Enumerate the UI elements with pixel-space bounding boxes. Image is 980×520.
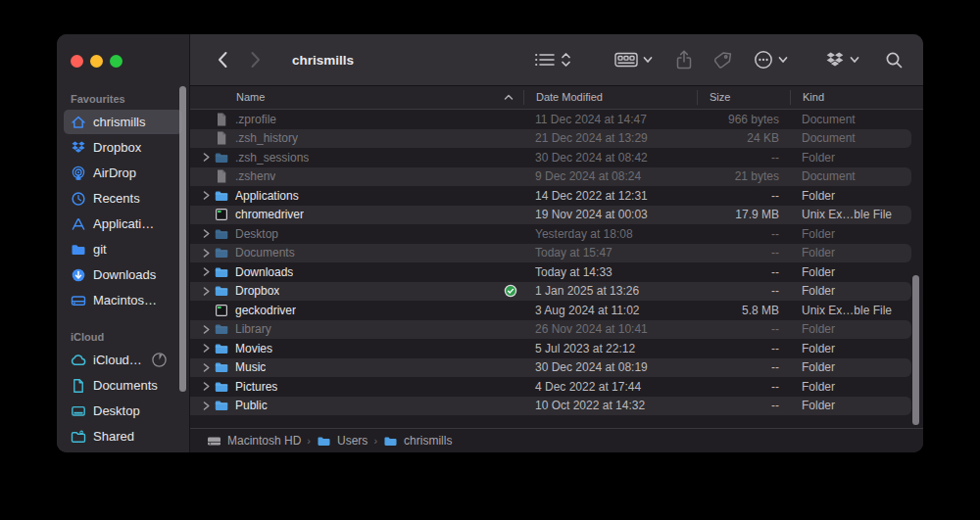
group-by-icon[interactable]: [614, 47, 638, 72]
sidebar-item-macintos-[interactable]: Macintos…: [64, 288, 182, 312]
file-size: 5.8 MB: [697, 304, 790, 317]
sidebar-item-dropbox[interactable]: Dropbox: [64, 135, 182, 160]
file-row--zprofile[interactable]: .zprofile11 Dec 2024 at 14:47966 bytesDo…: [190, 110, 911, 129]
file-name: Movies: [235, 342, 272, 355]
file-size: --: [697, 189, 790, 203]
file-name-cell: geckodriver: [190, 303, 523, 318]
list-view-icon[interactable]: [535, 47, 555, 72]
view-stepper-icon[interactable]: [561, 47, 571, 72]
download-icon: [70, 266, 86, 283]
column-header-name[interactable]: Name: [190, 90, 523, 105]
toolbar-icons: [535, 47, 904, 72]
file-row-movies[interactable]: Movies5 Jul 2023 at 22:12--Folder: [190, 339, 911, 358]
sidebar-item-label: Recents: [93, 191, 140, 206]
file-row-geckodriver[interactable]: geckodriver3 Aug 2024 at 11:025.8 MBUnix…: [190, 301, 911, 320]
sidebar-item-downloads[interactable]: Downloads: [64, 262, 182, 287]
finder-window: FavouriteschrismillsDropboxAirDropRecent…: [57, 34, 923, 452]
file-row--zshenv[interactable]: .zshenv9 Dec 2024 at 08:2421 bytesDocume…: [190, 167, 911, 187]
search-icon[interactable]: [885, 47, 904, 72]
file-date-modified: 21 Dec 2024 at 13:29: [523, 131, 697, 145]
column-header-size[interactable]: Size: [697, 90, 790, 105]
path-segment-users[interactable]: Users: [317, 434, 368, 448]
sidebar-item-icloud-[interactable]: iCloud…: [64, 348, 182, 372]
disclosure-chevron-icon[interactable]: [200, 266, 213, 277]
file-name: Music: [235, 360, 266, 374]
disclosure-chevron-icon[interactable]: [200, 362, 213, 373]
disclosure-chevron-icon[interactable]: [200, 286, 213, 297]
disclosure-chevron-icon[interactable]: [200, 401, 213, 411]
window-title: chrismills: [292, 53, 354, 68]
file-name-cell: Desktop: [190, 226, 523, 242]
file-row-public[interactable]: Public10 Oct 2022 at 14:32--Folder: [190, 397, 911, 416]
file-name-cell: .zshenv: [190, 168, 523, 184]
file-name-cell: .zprofile: [190, 112, 523, 127]
file-name: Pictures: [235, 380, 277, 394]
hdd-icon: [70, 292, 86, 308]
sidebar-item-airdrop[interactable]: AirDrop: [64, 161, 182, 185]
file-row-library[interactable]: Library26 Nov 2024 at 10:41--Folder: [190, 320, 911, 340]
file-row-downloads[interactable]: DownloadsToday at 14:33--Folder: [190, 262, 911, 282]
sidebar-item-applicati-[interactable]: Applicati…: [64, 212, 182, 236]
sidebar-item-documents[interactable]: Documents: [64, 373, 182, 398]
file-name-cell: chromedriver: [190, 207, 523, 222]
file-row-desktop[interactable]: DesktopYesterday at 18:08--Folder: [190, 224, 911, 244]
file-list: Name Date Modified Size Kind .zprofile11…: [190, 86, 923, 428]
disclosure-chevron-icon[interactable]: [200, 343, 213, 354]
folder-file-icon: [213, 264, 229, 280]
disclosure-chevron-icon[interactable]: [200, 190, 213, 201]
file-kind: Folder: [790, 342, 911, 355]
file-kind: Folder: [790, 322, 911, 336]
file-date-modified: 14 Dec 2022 at 12:31: [523, 189, 697, 203]
minimize-button[interactable]: [90, 55, 103, 68]
path-segment-chrismills[interactable]: chrismills: [383, 434, 452, 448]
disclosure-chevron-icon[interactable]: [200, 248, 213, 259]
sidebar-item-shared[interactable]: Shared: [64, 424, 182, 449]
airdrop-icon: [70, 165, 86, 181]
zoom-button[interactable]: [110, 55, 122, 68]
forward-button[interactable]: [243, 47, 269, 72]
column-header-kind[interactable]: Kind: [790, 90, 923, 105]
dropbox-chevron-icon[interactable]: [850, 47, 859, 72]
sidebar-item-chrismills[interactable]: chrismills: [64, 110, 182, 134]
file-name: geckodriver: [235, 304, 296, 317]
close-button[interactable]: [71, 55, 83, 68]
sidebar-item-desktop[interactable]: Desktop: [64, 399, 182, 423]
file-row-documents[interactable]: DocumentsToday at 15:47--Folder: [190, 244, 911, 263]
exec-file-icon: [213, 303, 229, 318]
file-row--zsh-history[interactable]: .zsh_history21 Dec 2024 at 13:2924 KBDoc…: [190, 129, 911, 149]
more-actions-icon[interactable]: [754, 47, 773, 72]
sidebar-section-title: Favourites: [57, 89, 189, 109]
back-button[interactable]: [210, 47, 235, 72]
file-size: --: [697, 360, 790, 374]
sidebar-sections: FavouriteschrismillsDropboxAirDropRecent…: [57, 85, 189, 452]
disclosure-chevron-icon[interactable]: [200, 228, 213, 239]
file-kind: Folder: [790, 265, 911, 279]
path-segment-macintosh-hd[interactable]: Macintosh HD: [207, 434, 301, 448]
disclosure-chevron-icon[interactable]: [200, 381, 213, 392]
file-row-applications[interactable]: Applications14 Dec 2022 at 12:31--Folder: [190, 186, 911, 206]
disclosure-chevron-icon[interactable]: [200, 324, 213, 335]
file-row-pictures[interactable]: Pictures4 Dec 2022 at 17:44--Folder: [190, 377, 911, 397]
file-row-dropbox[interactable]: Dropbox1 Jan 2025 at 13:26--Folder: [190, 282, 911, 302]
sidebar-item-git[interactable]: git: [64, 237, 182, 261]
file-row-music[interactable]: Music30 Dec 2024 at 08:19--Folder: [190, 358, 911, 378]
file-date-modified: Yesterday at 18:08: [523, 227, 697, 241]
folder-icon: [317, 435, 331, 448]
sidebar-scrollbar[interactable]: [179, 86, 186, 392]
file-date-modified: 1 Jan 2025 at 13:26: [523, 284, 697, 298]
file-kind: Folder: [790, 360, 911, 374]
tag-icon: [713, 47, 732, 72]
file-name-cell: Public: [190, 398, 523, 413]
file-row-chromedriver[interactable]: chromedriver19 Nov 2024 at 00:0317.9 MBU…: [190, 206, 911, 225]
column-header-date-modified[interactable]: Date Modified: [523, 90, 697, 105]
file-kind: Folder: [790, 189, 911, 203]
sidebar-item-recents[interactable]: Recents: [64, 186, 182, 211]
file-row--zsh-sessions[interactable]: .zsh_sessions30 Dec 2024 at 08:42--Folde…: [190, 148, 911, 167]
more-actions-chevron-icon[interactable]: [778, 47, 788, 72]
file-name-cell: .zsh_sessions: [190, 150, 523, 165]
dropbox-toolbar-icon[interactable]: [825, 47, 845, 72]
list-scrollbar[interactable]: [912, 275, 919, 425]
group-by-chevron-icon[interactable]: [643, 47, 653, 72]
disclosure-chevron-icon[interactable]: [200, 152, 213, 163]
sidebar-item-label: Downloads: [93, 267, 156, 282]
